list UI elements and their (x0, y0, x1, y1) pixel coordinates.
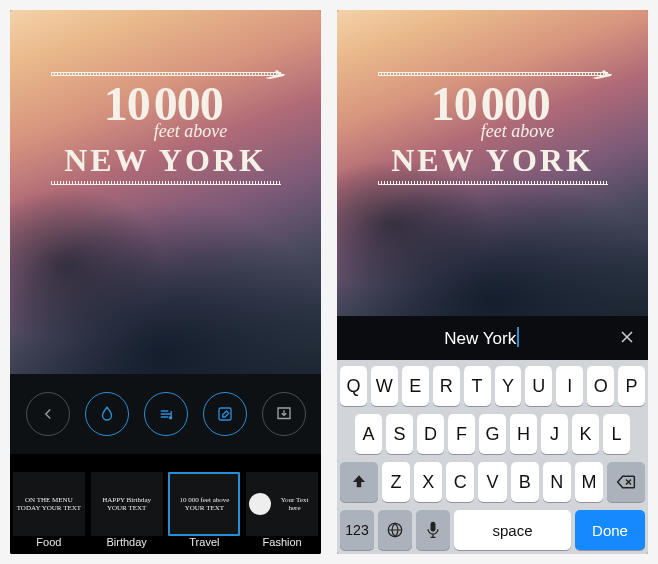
key-c[interactable]: C (446, 462, 474, 502)
text-overlay: 10 000 feet above NEW YORK (363, 66, 623, 189)
key-v[interactable]: V (478, 462, 506, 502)
text-overlay[interactable]: 10 000 feet above NEW YORK (36, 66, 296, 189)
template-travel[interactable]: 10 000 feet above YOUR TEXT Travel (166, 454, 244, 554)
overlay-number-a: 10 (431, 80, 477, 128)
ornament-bottom (51, 181, 281, 185)
key-s[interactable]: S (386, 414, 413, 454)
template-strip[interactable]: ON THE MENU TODAY YOUR TEXT Food HAPPY B… (10, 454, 321, 554)
key-backspace[interactable] (607, 462, 645, 502)
overlay-city: NEW YORK (36, 142, 296, 179)
keyboard: Q W E R T Y U I O P A S D F G H J K L Z (337, 360, 648, 554)
text-input[interactable]: New York (347, 327, 616, 349)
template-label: Fashion (263, 536, 302, 548)
key-m[interactable]: M (575, 462, 603, 502)
key-l[interactable]: L (603, 414, 630, 454)
clear-button[interactable] (616, 327, 638, 350)
keyboard-row-3: Z X C V B N M (340, 462, 645, 502)
template-thumb: HAPPY Birthday YOUR TEXT (91, 472, 163, 536)
photo-preview[interactable]: 10 000 feet above NEW YORK (10, 10, 321, 374)
key-mic[interactable] (416, 510, 450, 550)
back-button[interactable] (26, 392, 70, 436)
text-entry-screen: 10 000 feet above NEW YORK New York Q W … (337, 10, 648, 554)
text-input-bar: New York (337, 316, 648, 360)
key-n[interactable]: N (543, 462, 571, 502)
keyboard-row-1: Q W E R T Y U I O P (340, 366, 645, 406)
template-thumb: 10 000 feet above YOUR TEXT (168, 472, 240, 536)
key-u[interactable]: U (525, 366, 552, 406)
overlay-city: NEW YORK (363, 142, 623, 179)
edit-toolbar (10, 374, 321, 454)
key-z[interactable]: Z (382, 462, 410, 502)
key-b[interactable]: B (511, 462, 539, 502)
save-button[interactable] (262, 392, 306, 436)
svg-point-0 (169, 417, 171, 419)
svg-rect-3 (431, 522, 436, 532)
template-label: Travel (189, 536, 219, 548)
overlay-number-a: 10 (104, 80, 150, 128)
ornament-top (378, 72, 608, 76)
svg-rect-1 (219, 408, 231, 420)
key-a[interactable]: A (355, 414, 382, 454)
key-w[interactable]: W (371, 366, 398, 406)
template-birthday[interactable]: HAPPY Birthday YOUR TEXT Birthday (88, 454, 166, 554)
key-p[interactable]: P (618, 366, 645, 406)
key-space[interactable]: space (454, 510, 571, 550)
template-fashion[interactable]: Your Text here Fashion (243, 454, 321, 554)
key-o[interactable]: O (587, 366, 614, 406)
key-numbers[interactable]: 123 (340, 510, 374, 550)
key-f[interactable]: F (448, 414, 475, 454)
template-thumb: ON THE MENU TODAY YOUR TEXT (13, 472, 85, 536)
ornament-top (51, 72, 281, 76)
key-t[interactable]: T (464, 366, 491, 406)
overlay-subline: feet above (481, 122, 554, 140)
template-thumb: Your Text here (246, 472, 318, 536)
key-shift[interactable] (340, 462, 378, 502)
key-k[interactable]: K (572, 414, 599, 454)
key-y[interactable]: Y (495, 366, 522, 406)
effects-button[interactable] (85, 392, 129, 436)
key-r[interactable]: R (433, 366, 460, 406)
key-i[interactable]: I (556, 366, 583, 406)
photo-preview: 10 000 feet above NEW YORK (337, 10, 648, 316)
key-j[interactable]: J (541, 414, 568, 454)
template-label: Birthday (106, 536, 146, 548)
plane-icon (591, 68, 613, 86)
music-button[interactable] (144, 392, 188, 436)
plane-icon (264, 68, 286, 86)
ornament-bottom (378, 181, 608, 185)
key-done[interactable]: Done (575, 510, 645, 550)
key-x[interactable]: X (414, 462, 442, 502)
key-g[interactable]: G (479, 414, 506, 454)
keyboard-row-bottom: 123 space Done (340, 510, 645, 550)
edit-button[interactable] (203, 392, 247, 436)
template-food[interactable]: ON THE MENU TODAY YOUR TEXT Food (10, 454, 88, 554)
key-e[interactable]: E (402, 366, 429, 406)
key-globe[interactable] (378, 510, 412, 550)
overlay-subline: feet above (154, 122, 227, 140)
template-label: Food (36, 536, 61, 548)
key-d[interactable]: D (417, 414, 444, 454)
key-h[interactable]: H (510, 414, 537, 454)
keyboard-row-2: A S D F G H J K L (340, 414, 645, 454)
key-q[interactable]: Q (340, 366, 367, 406)
editor-screen: 10 000 feet above NEW YORK (10, 10, 321, 554)
